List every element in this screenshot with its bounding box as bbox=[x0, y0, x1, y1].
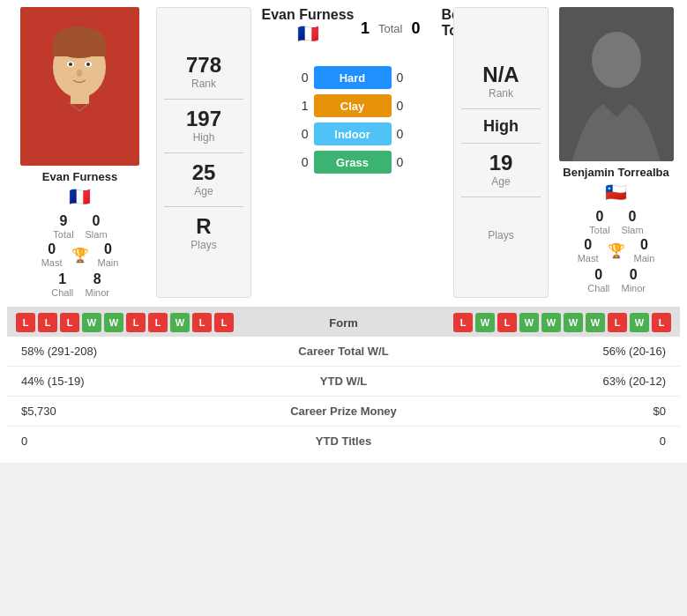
player2-slam-cell: 0 Slam bbox=[622, 209, 644, 235]
stat-p1-val: 0 bbox=[7, 427, 219, 456]
p1-header-name-text: Evan Furness bbox=[255, 7, 361, 23]
p1-header-flag: 🇫🇷 bbox=[255, 23, 361, 44]
stat-label: Career Prize Money bbox=[219, 397, 468, 427]
player2-total-cell: 0 Total bbox=[588, 209, 610, 235]
player1-trophy-icon: 🏆 bbox=[71, 247, 89, 263]
p1-high-value: 197 bbox=[186, 108, 221, 130]
p1-rank-value: 778 bbox=[186, 55, 221, 76]
p1-rank-item: 778 Rank bbox=[157, 46, 250, 99]
player2-photo bbox=[559, 7, 674, 161]
hard-button[interactable]: Hard bbox=[314, 66, 392, 89]
player2-flag: 🇨🇱 bbox=[605, 182, 627, 203]
player1-chall-grid: 1 Chall 8 Minor bbox=[50, 271, 109, 298]
p2-rank-value: N/A bbox=[482, 64, 519, 85]
p2-rank-label: Rank bbox=[489, 87, 513, 100]
player2-main-val: 0 bbox=[640, 237, 648, 253]
p2-plays-label: Plays bbox=[488, 229, 513, 241]
form-pill-p1: W bbox=[104, 313, 123, 332]
stats-row: 44% (15-19) YTD W/L 63% (20-12) bbox=[7, 367, 680, 397]
clay-button[interactable]: Clay bbox=[314, 94, 392, 117]
player2-minor-val: 0 bbox=[630, 267, 638, 283]
player1-main-label: Main bbox=[98, 257, 119, 268]
form-pill-p1: L bbox=[38, 313, 57, 332]
p2-age-label: Age bbox=[491, 175, 510, 188]
total-score-label: Total bbox=[378, 22, 402, 35]
p1-age-item: 25 Age bbox=[157, 153, 250, 206]
grass-p2-score: 0 bbox=[397, 155, 413, 169]
surface-row-hard: 0 Hard 0 bbox=[293, 66, 413, 89]
form-pill-p1: W bbox=[82, 313, 101, 332]
p2-age-item: 19 Age bbox=[454, 144, 548, 197]
page-wrapper: Evan Furness 🇫🇷 9 Total 0 Slam 0 Mast 🏆 bbox=[0, 0, 687, 463]
form-pill-p2: W bbox=[564, 313, 583, 332]
player2-stats-grid: 0 Total 0 Slam bbox=[588, 209, 643, 235]
player2-chall-grid: 0 Chall 0 Minor bbox=[586, 267, 646, 293]
indoor-p1-score: 0 bbox=[293, 127, 309, 141]
grass-button[interactable]: Grass bbox=[314, 151, 392, 174]
player2-main-cell: 0 Main bbox=[634, 237, 655, 263]
player1-minor-cell: 8 Minor bbox=[86, 271, 110, 298]
form-label: Form bbox=[300, 316, 388, 330]
p1-high-item: 197 High bbox=[157, 100, 250, 152]
p2-rank-item: N/A Rank bbox=[454, 56, 548, 108]
player2-total-label: Total bbox=[589, 225, 609, 235]
player1-slam-cell: 0 Slam bbox=[86, 213, 108, 240]
form-pill-p1: L bbox=[148, 313, 168, 332]
player1-mast-val: 0 bbox=[48, 241, 56, 257]
p2-age-value: 19 bbox=[489, 152, 513, 174]
player2-block: Benjamin Torrealba 🇨🇱 0 Total 0 Slam 0 M… bbox=[552, 7, 680, 298]
clay-p1-score: 1 bbox=[293, 99, 309, 113]
total-header: 1 Total 0 bbox=[361, 7, 421, 60]
stats-row: 0 YTD Titles 0 bbox=[7, 427, 680, 456]
player1-trophy-row: 0 Mast 🏆 0 Main bbox=[41, 241, 119, 268]
p2-plays-item: Plays bbox=[454, 197, 548, 250]
surface-row-clay: 1 Clay 0 bbox=[293, 94, 413, 117]
player1-total-label: Total bbox=[53, 229, 73, 240]
player2-slam-label: Slam bbox=[622, 225, 644, 235]
player2-name: Benjamin Torrealba bbox=[563, 166, 668, 179]
stats-row: 58% (291-208) Career Total W/L 56% (20-1… bbox=[7, 337, 680, 367]
hard-p1-score: 0 bbox=[293, 71, 309, 85]
surface-row-indoor: 0 Indoor 0 bbox=[293, 122, 413, 145]
player1-name: Evan Furness bbox=[42, 170, 117, 183]
stat-label: YTD W/L bbox=[219, 367, 468, 397]
form-pill-p2: W bbox=[519, 313, 539, 332]
p1-plays-item: R Plays bbox=[157, 207, 250, 260]
player2-minor-label: Minor bbox=[622, 283, 646, 293]
form-pills-left: LLLWWLLWLL bbox=[16, 313, 300, 332]
stat-label: YTD Titles bbox=[219, 427, 468, 456]
indoor-button[interactable]: Indoor bbox=[314, 122, 392, 145]
player2-mast-label: Mast bbox=[578, 253, 599, 263]
svg-point-7 bbox=[69, 63, 72, 66]
player1-flag: 🇫🇷 bbox=[69, 186, 91, 207]
svg-point-8 bbox=[86, 63, 90, 66]
hard-p2-score: 0 bbox=[397, 71, 413, 85]
player2-chall-val: 0 bbox=[594, 267, 602, 283]
clay-p2-score: 0 bbox=[397, 99, 413, 113]
form-pill-p1: W bbox=[170, 313, 190, 332]
surface-row-grass: 0 Grass 0 bbox=[293, 151, 413, 174]
player2-mast-cell: 0 Mast bbox=[578, 237, 599, 263]
player1-chall-val: 1 bbox=[58, 271, 66, 287]
surface-column: Evan Furness 🇫🇷 1 Total 0 Benjamin Torre… bbox=[255, 7, 450, 298]
player1-total-val: 9 bbox=[60, 213, 68, 229]
p1-age-label: Age bbox=[194, 185, 213, 197]
p1-plays-value: R bbox=[196, 216, 211, 237]
stat-p2-val: 0 bbox=[468, 427, 680, 456]
grass-p1-score: 0 bbox=[293, 155, 309, 169]
form-pill-p2: W bbox=[630, 313, 649, 332]
p1-plays-label: Plays bbox=[190, 239, 216, 251]
form-pill-p2: W bbox=[475, 313, 495, 332]
indoor-p2-score: 0 bbox=[397, 127, 413, 141]
player1-minor-val: 8 bbox=[93, 271, 101, 287]
player1-photo bbox=[20, 7, 139, 166]
stats-row: $5,730 Career Prize Money $0 bbox=[7, 397, 680, 427]
stat-p1-val: 58% (291-208) bbox=[7, 337, 219, 367]
player1-total-cell: 9 Total bbox=[52, 213, 74, 240]
player1-chall-label: Chall bbox=[51, 287, 73, 298]
form-pill-p2: L bbox=[453, 313, 473, 332]
player2-main-label: Main bbox=[634, 253, 655, 263]
player2-minor-cell: 0 Minor bbox=[622, 267, 646, 293]
stat-p2-val: 63% (20-12) bbox=[468, 367, 680, 397]
player1-main-cell: 0 Main bbox=[98, 241, 119, 268]
